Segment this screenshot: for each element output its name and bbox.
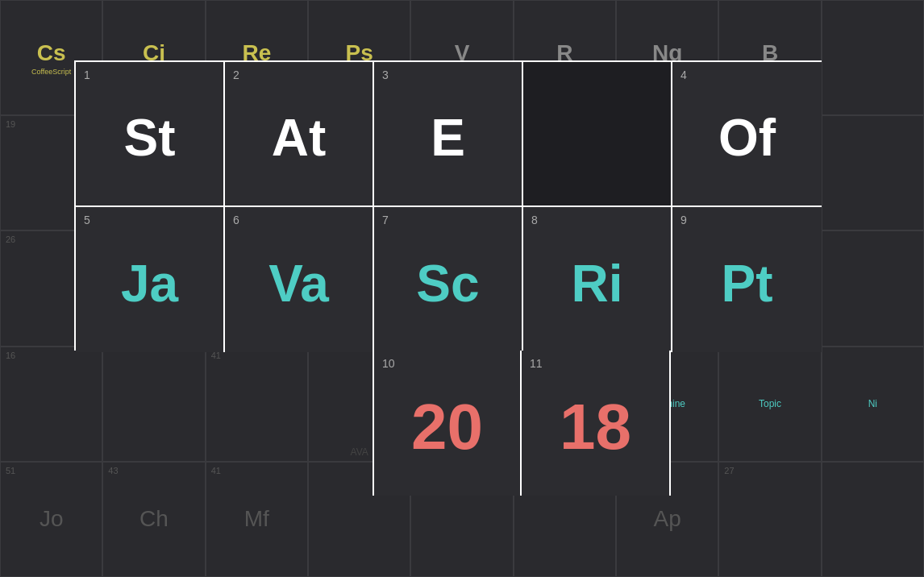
element-gap <box>523 62 672 207</box>
num-9: 9 <box>681 214 687 226</box>
bg-symbol-jo: Jo <box>40 506 64 532</box>
bg-name-cs: CoffeeScript <box>31 68 71 76</box>
num-8: 8 <box>531 214 538 226</box>
bg-cell-empty1 <box>822 0 924 115</box>
num-11: 11 <box>530 357 543 370</box>
num-5: 5 <box>84 214 90 226</box>
element-e: 3 E <box>374 62 523 207</box>
bg-cell-row5-9 <box>822 462 924 577</box>
symbol-pt: Pt <box>722 254 773 313</box>
symbol-e: E <box>431 108 465 168</box>
num-4: 4 <box>681 68 687 81</box>
bg-num-26: 26 <box>6 235 15 244</box>
symbol-va: Va <box>268 254 329 313</box>
symbol-st: St <box>124 108 176 168</box>
num-1: 1 <box>84 68 90 81</box>
bg-cell-row4-9: Ni <box>822 347 924 462</box>
bg-num-16: 16 <box>6 351 15 360</box>
element-of: 4 Of <box>672 62 822 207</box>
bottom-row-box: 10 20 11 18 <box>373 351 671 496</box>
bg-cell-row3-9 <box>822 230 924 346</box>
element-ja: 5 Ja <box>76 207 225 352</box>
element-at: 2 At <box>225 62 374 207</box>
symbol-18: 18 <box>560 390 631 464</box>
bg-symbol-cs: Cs <box>37 40 66 66</box>
symbol-20: 20 <box>411 390 483 464</box>
element-20: 10 20 <box>374 351 522 496</box>
element-18: 11 18 <box>522 351 669 496</box>
element-st: 1 St <box>76 62 225 207</box>
bg-cell-row2-9 <box>822 115 924 230</box>
main-overlay: 1 St 2 At 3 E 4 Of 5 Ja 6 Va 7 Sc <box>74 60 828 512</box>
element-sc: 7 Sc <box>374 207 523 352</box>
main-bordered-box: 1 St 2 At 3 E 4 Of 5 Ja 6 Va 7 Sc <box>74 60 822 351</box>
bg-num-51: 51 <box>6 466 15 475</box>
num-10: 10 <box>382 357 395 370</box>
symbol-at: At <box>272 108 327 168</box>
bg-num-19: 19 <box>6 119 15 129</box>
num-6: 6 <box>233 214 239 226</box>
symbol-sc: Sc <box>416 254 479 313</box>
num-3: 3 <box>382 68 389 81</box>
num-7: 7 <box>382 214 389 226</box>
symbol-of: Of <box>718 108 776 168</box>
symbol-ja: Ja <box>121 254 178 313</box>
element-ri: 8 Ri <box>523 207 672 352</box>
element-pt: 9 Pt <box>672 207 822 352</box>
num-2: 2 <box>233 68 239 81</box>
symbol-ri: Ri <box>572 254 623 313</box>
element-va: 6 Va <box>225 207 374 352</box>
